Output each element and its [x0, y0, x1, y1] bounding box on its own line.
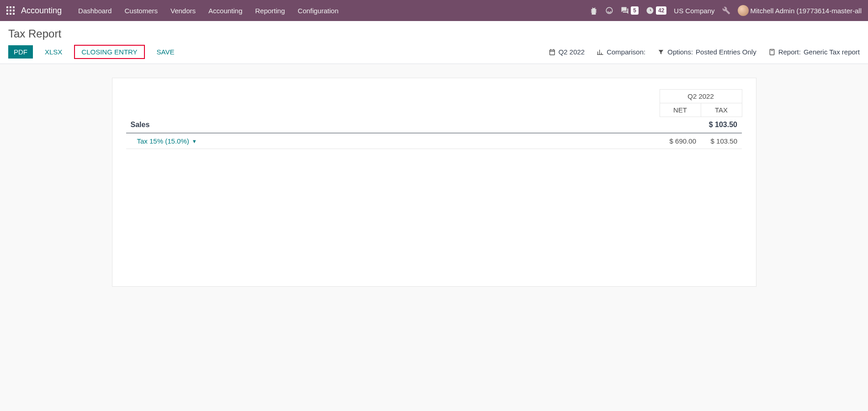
apps-icon[interactable]: [6, 6, 15, 15]
report-label: Report:: [778, 48, 801, 56]
caret-down-icon: ▼: [192, 139, 197, 144]
activities-icon[interactable]: 42: [646, 6, 666, 15]
avatar: [738, 5, 749, 16]
nav-item-dashboard[interactable]: Dashboard: [72, 0, 118, 21]
nav-item-configuration[interactable]: Configuration: [291, 0, 345, 21]
messages-icon[interactable]: 5: [621, 6, 639, 15]
nav-item-accounting[interactable]: Accounting: [202, 0, 249, 21]
bug-icon[interactable]: [590, 6, 598, 15]
page-title: Tax Report: [8, 27, 860, 40]
column-header-tax: TAX: [701, 103, 742, 117]
report-value: Generic Tax report: [804, 48, 860, 56]
options-picker[interactable]: Options:Posted Entries Only: [657, 48, 756, 56]
table-row: Tax 15% (15.0%) ▼ $ 690.00 $ 103.50: [126, 133, 742, 149]
support-icon[interactable]: [605, 6, 613, 15]
activities-badge: 42: [656, 6, 666, 15]
svg-rect-3: [6, 10, 8, 11]
tools-icon[interactable]: [722, 6, 730, 15]
calendar-icon: [548, 48, 556, 56]
options-value: Posted Entries Only: [696, 48, 756, 56]
nav-menu: Dashboard Customers Vendors Accounting R…: [72, 0, 345, 21]
nav-item-vendors[interactable]: Vendors: [164, 0, 202, 21]
pdf-button[interactable]: PDF: [8, 45, 33, 59]
action-buttons: PDF XLSX CLOSING ENTRY SAVE: [8, 45, 180, 59]
svg-rect-6: [6, 13, 8, 15]
systray: 5 42 US Company Mitchell Admin (19773614…: [590, 5, 864, 16]
svg-rect-1: [10, 6, 11, 8]
report-options: Q2 2022 Comparison: Options:Posted Entri…: [548, 48, 860, 56]
xlsx-button[interactable]: XLSX: [39, 45, 68, 59]
bar-chart-icon: [596, 48, 604, 56]
comparison-picker[interactable]: Comparison:: [596, 48, 645, 56]
period-picker[interactable]: Q2 2022: [548, 48, 585, 56]
app-brand[interactable]: Accounting: [21, 6, 62, 16]
nav-item-customers[interactable]: Customers: [118, 0, 164, 21]
column-header-period: Q2 2022: [660, 90, 742, 103]
group-row-sales[interactable]: Sales $ 103.50: [126, 117, 742, 133]
svg-rect-8: [13, 13, 15, 15]
main-navbar: Accounting Dashboard Customers Vendors A…: [0, 0, 868, 21]
report-picker[interactable]: Report: Generic Tax report: [768, 48, 860, 56]
tax-line-name[interactable]: Tax 15% (15.0%) ▼: [131, 137, 197, 145]
options-label: Options:: [667, 48, 693, 56]
user-name: Mitchell Admin (19773614-master-all: [751, 7, 862, 15]
tax-line-tax: $ 103.50: [701, 133, 742, 149]
group-name: Sales: [126, 117, 660, 133]
nav-item-reporting[interactable]: Reporting: [249, 0, 291, 21]
svg-rect-7: [10, 13, 11, 15]
svg-rect-2: [13, 6, 15, 8]
save-button[interactable]: SAVE: [151, 45, 180, 59]
company-switcher[interactable]: US Company: [674, 7, 714, 15]
filter-icon: [657, 48, 665, 56]
control-panel: Tax Report PDF XLSX CLOSING ENTRY SAVE Q…: [0, 21, 868, 64]
period-value: Q2 2022: [559, 48, 585, 56]
report-body: Q2 2022 NET TAX Sales $ 103.50 Tax 15% (…: [112, 78, 756, 287]
svg-rect-4: [10, 10, 11, 11]
closing-entry-button[interactable]: CLOSING ENTRY: [74, 45, 144, 59]
comparison-label: Comparison:: [607, 48, 645, 56]
book-icon: [768, 48, 776, 56]
group-tax-total: $ 103.50: [701, 117, 742, 133]
tax-line-net: $ 690.00: [660, 133, 701, 149]
tax-line-label: Tax 15% (15.0%): [137, 137, 189, 145]
messages-badge: 5: [631, 6, 639, 15]
svg-rect-0: [6, 6, 8, 8]
tax-report-table: Q2 2022 NET TAX Sales $ 103.50 Tax 15% (…: [126, 89, 742, 149]
svg-rect-5: [13, 10, 15, 11]
user-menu[interactable]: Mitchell Admin (19773614-master-all: [738, 5, 862, 16]
column-header-net: NET: [660, 103, 701, 117]
